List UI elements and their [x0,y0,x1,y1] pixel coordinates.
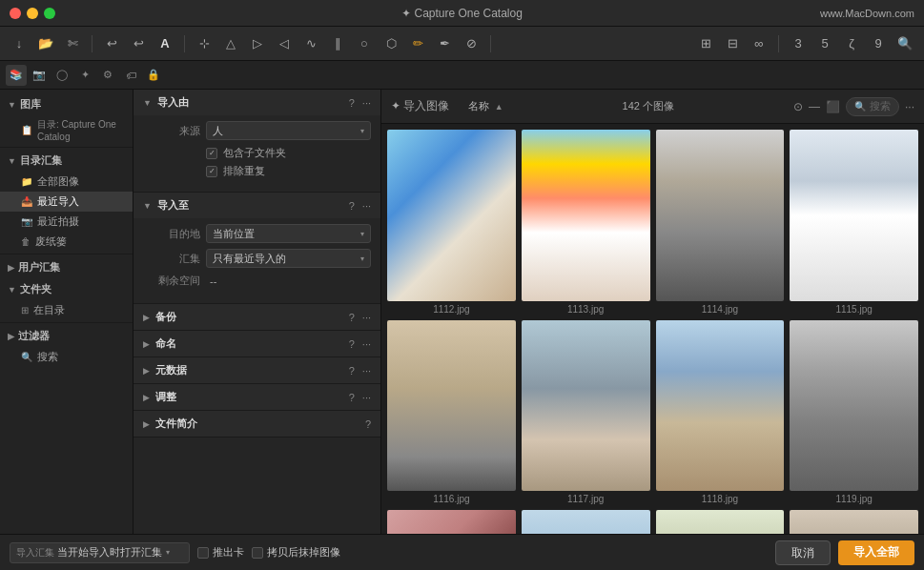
text-button[interactable]: A [154,32,176,55]
metadata-header[interactable]: ▶ 元数据 ? ··· [133,357,380,383]
image-item-1114.jpg[interactable]: 1114.jpg [656,130,785,315]
import-to-help[interactable]: ? [349,200,355,212]
include-subfolders-checkbox[interactable]: ✓ [206,148,217,159]
filter-icon[interactable]: ⊙ [793,100,803,113]
pen-button[interactable]: ✏ [406,32,429,55]
sidebar-user-collections-header[interactable]: ▶ 用户汇集 [0,256,133,278]
import-to-header[interactable]: ▼ 导入至 ? ··· [133,193,380,218]
grid-button[interactable]: ⊟ [721,32,744,55]
toolbar-separator-1 [92,35,92,52]
sidebar-search[interactable]: 🔍 搜索 [0,347,133,367]
import-collection-select[interactable]: 导入汇集 当开始导入时打开汇集 ▾ [10,542,190,563]
redo-button[interactable]: ↩ [127,32,150,55]
import-to-more[interactable]: ··· [362,200,371,212]
rotate-right-button[interactable]: ▷ [246,32,269,55]
image-item-1116.jpg[interactable]: 1116.jpg [387,320,516,505]
cancel-button[interactable]: 取消 [775,540,831,565]
source-select[interactable]: 人 ▾ [206,121,371,140]
more-options-icon[interactable]: ··· [905,100,914,113]
import-button-bottom[interactable]: 导入全部 [838,540,914,565]
backup-header[interactable]: ▶ 备份 ? ··· [133,304,380,330]
import-from-header[interactable]: ▼ 导入由 ? ··· [133,90,380,115]
image-item-1119.jpg[interactable]: 1119.jpg [790,320,918,505]
minimize-button[interactable] [27,8,38,19]
circle-button[interactable]: ○ [353,32,376,55]
traffic-lights[interactable] [10,8,55,19]
sidebar-folders-header[interactable]: ▼ 文件夹 [0,278,133,300]
file-intro-actions: ? [365,418,371,430]
eject-checkbox[interactable] [197,547,209,559]
zoom-in-button[interactable]: 9 [867,32,890,55]
levels-button[interactable]: ∥ [326,32,349,55]
image-search-box[interactable]: 🔍 搜索 [846,97,899,116]
naming-help[interactable]: ? [349,338,355,350]
metadata-more[interactable]: ··· [362,365,371,377]
import-from-help[interactable]: ? [349,97,355,109]
tab-extra2[interactable]: 🔒 [143,65,164,86]
sidebar-filters-header[interactable]: ▶ 过滤器 [0,325,133,347]
naming-arrow: ▶ [143,339,150,349]
tab-library[interactable]: 📚 [6,65,27,86]
zoom-button[interactable]: ζ [840,32,863,55]
backup-help[interactable]: ? [349,312,355,323]
undo-button[interactable]: ↩ [100,32,123,55]
brush-button[interactable]: ✒ [433,32,456,55]
sidebar-trash[interactable]: 🗑 废纸篓 [0,232,133,252]
image-item-1112.jpg[interactable]: 1112.jpg [387,130,516,315]
cursor-button[interactable]: ⊹ [193,32,216,55]
sidebar-in-catalog[interactable]: ⊞ 在目录 [0,300,133,320]
crop-button[interactable]: ✄ [61,32,84,55]
tab-circle[interactable]: ◯ [51,65,72,86]
destination-select[interactable]: 当前位置 ▾ [206,224,371,243]
sidebar-library-header[interactable]: ▼ 图库 [0,93,133,115]
sidebar-recent-capture[interactable]: 📷 最近拍摄 [0,212,133,232]
curve-button[interactable]: ∿ [299,32,322,55]
maximize-button[interactable] [44,8,55,19]
image-item-1113.jpg[interactable]: 1113.jpg [522,130,650,315]
image-item-1117.jpg[interactable]: 1117.jpg [522,320,650,505]
compare-button[interactable]: ∞ [748,32,770,55]
naming-header[interactable]: ▶ 命名 ? ··· [133,331,380,356]
erase-button[interactable]: ⊘ [460,32,483,55]
image-item-1122.jpg[interactable]: 1122.jpg [656,510,785,534]
zoom-out-button[interactable]: 3 [787,32,810,55]
file-intro-header[interactable]: ▶ 文件简介 ? [133,411,380,437]
search-button-toolbar[interactable]: 🔍 [893,32,916,55]
tab-leaf[interactable]: ✦ [74,65,95,86]
color-filter-icon[interactable]: ⬛ [826,100,840,113]
star-filter-icon[interactable]: — [809,100,820,113]
metadata-help[interactable]: ? [349,365,355,377]
image-item-1115.jpg[interactable]: 1115.jpg [790,130,918,315]
view-button[interactable]: ⊞ [694,32,717,55]
image-item-1123.jpg[interactable]: 1123.jpg [790,510,918,534]
copy-delete-checkbox[interactable] [252,547,263,559]
transform-button[interactable]: △ [219,32,242,55]
sidebar-all-images[interactable]: 📁 全部图像 [0,172,133,192]
open-button[interactable]: 📂 [34,32,57,55]
sidebar-library-label: 图库 [20,97,41,112]
sidebar-sessions-header[interactable]: ▼ 目录汇集 [0,150,133,172]
adjustments-header[interactable]: ▶ 调整 ? ··· [133,384,380,410]
tab-settings[interactable]: ⚙ [97,65,118,86]
import-button[interactable]: ↓ [8,32,31,55]
adjustments-help[interactable]: ? [349,392,355,403]
collection-select[interactable]: 只有最近导入的 ▾ [206,249,371,268]
image-item-1120.jpg[interactable]: 1120.jpg [387,510,516,534]
backup-more[interactable]: ··· [362,312,371,323]
close-button[interactable] [10,8,21,19]
zoom-fit-button[interactable]: 5 [813,32,836,55]
adjustments-more[interactable]: ··· [362,392,371,403]
tab-extra1[interactable]: 🏷 [120,65,141,86]
file-intro-help[interactable]: ? [365,418,371,430]
sidebar-catalog-item[interactable]: 📋 目录: Capture One Catalog [0,115,133,145]
hex-button[interactable]: ⬡ [380,32,402,55]
tab-capture[interactable]: 📷 [29,65,50,86]
sep-3 [0,322,133,323]
sidebar-recent-imports[interactable]: 📥 最近导入 [0,192,133,212]
naming-more[interactable]: ··· [362,338,371,350]
image-item-1118.jpg[interactable]: 1118.jpg [656,320,785,505]
import-from-more[interactable]: ··· [362,97,371,109]
image-item-1121.jpg[interactable]: 1121.jpg [522,510,650,534]
exclude-duplicates-checkbox[interactable]: ✓ [206,166,217,177]
rotate-left-button[interactable]: ◁ [273,32,296,55]
